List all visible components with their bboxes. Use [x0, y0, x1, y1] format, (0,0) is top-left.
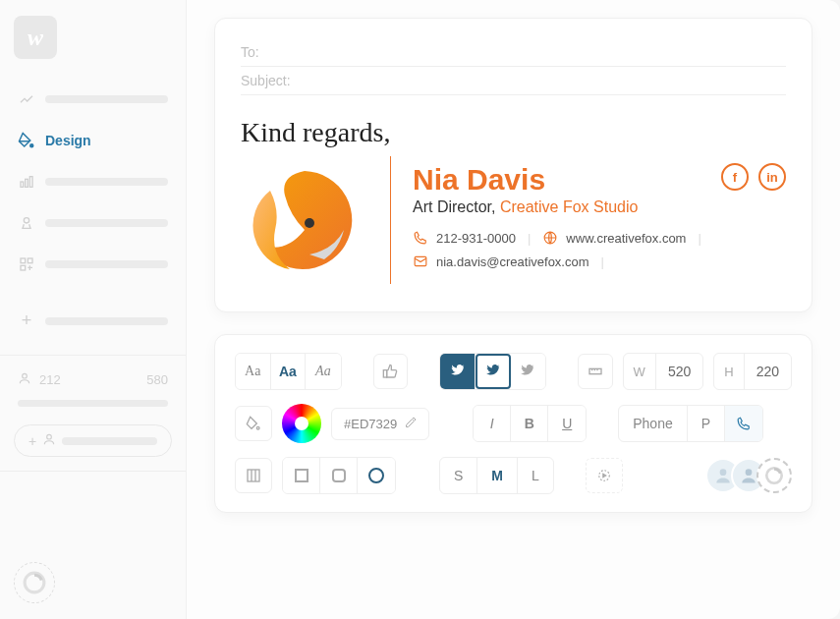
svg-rect-1	[21, 182, 24, 187]
stat-left: 212	[39, 372, 61, 387]
divider	[0, 355, 186, 356]
avatar-preview-3[interactable]	[756, 458, 792, 493]
email-icon	[413, 253, 428, 269]
height-value: 220	[744, 354, 791, 389]
phone-icon-btn[interactable]	[725, 406, 762, 441]
width-label: W	[624, 365, 655, 379]
subject-field[interactable]: Subject:	[241, 67, 786, 95]
app-icon	[18, 214, 35, 232]
thumbs-up-btn[interactable]	[373, 354, 409, 389]
underline-btn[interactable]: U	[548, 406, 586, 441]
grid-toggle-btn[interactable]	[235, 458, 272, 493]
twitter-gray-btn[interactable]	[511, 354, 545, 389]
social-style-group	[439, 353, 546, 390]
phone-text-btn[interactable]: Phone	[619, 406, 687, 441]
italic-btn[interactable]: I	[474, 406, 511, 441]
nav-placeholder	[45, 219, 168, 227]
pill-placeholder	[62, 437, 157, 445]
signature-logo	[241, 156, 368, 284]
nav-placeholder	[45, 178, 168, 186]
nav-add[interactable]: +	[14, 303, 172, 339]
signature-title: Art Director, Creative Fox Studio	[413, 198, 721, 216]
size-m-btn[interactable]: M	[477, 458, 518, 493]
nav-item-design[interactable]: Design	[14, 124, 172, 157]
font-script-btn[interactable]: Aa	[306, 354, 341, 389]
shape-rounded-btn[interactable]	[320, 458, 358, 493]
linkedin-icon[interactable]: in	[758, 163, 786, 191]
nav-item-3[interactable]	[14, 165, 172, 198]
phone-short-btn[interactable]: P	[688, 406, 725, 441]
signature-email: nia.davis@creativefox.com	[436, 254, 589, 269]
paint-bucket-icon	[18, 132, 35, 149]
stat-right: 580	[146, 372, 168, 387]
font-style-group: Aa Aa Aa	[235, 353, 342, 390]
nav-item-5[interactable]	[14, 248, 172, 281]
to-field[interactable]: To:	[241, 38, 786, 67]
svg-rect-6	[28, 258, 32, 263]
add-user-pill[interactable]: +	[14, 424, 172, 457]
ruler-btn[interactable]	[578, 354, 613, 389]
avatar-previews	[705, 458, 792, 493]
signature-greeting: Kind regards,	[241, 117, 786, 148]
svg-point-9	[47, 434, 52, 439]
height-input[interactable]: H 220	[713, 353, 792, 390]
grid-icon	[18, 255, 35, 273]
phone-style-group: Phone P	[618, 405, 763, 442]
text-format-group: I B U	[473, 405, 587, 442]
app-container: w Design	[0, 0, 840, 619]
size-s-btn[interactable]: S	[440, 458, 477, 493]
main-content: To: Subject: Kind regards,	[187, 0, 840, 619]
signature-socials: f in	[721, 163, 786, 191]
font-sans-btn[interactable]: Aa	[271, 354, 307, 389]
bold-btn[interactable]: B	[511, 406, 548, 441]
subject-label: Subject:	[241, 73, 311, 88]
signature-role: Art Director,	[413, 198, 495, 215]
shape-group	[282, 457, 396, 494]
stats-row: 212 580	[14, 364, 172, 396]
sidebar-avatar[interactable]	[14, 562, 55, 603]
svg-point-11	[305, 218, 314, 228]
size-l-btn[interactable]: L	[518, 458, 553, 493]
pen-icon	[18, 90, 35, 108]
shape-square-btn[interactable]	[283, 458, 320, 493]
nav-item-4[interactable]	[14, 206, 172, 240]
width-input[interactable]: W 520	[623, 353, 704, 390]
nav-placeholder	[45, 260, 168, 268]
svg-point-4	[24, 218, 28, 223]
twitter-filled-btn[interactable]	[440, 354, 476, 389]
svg-rect-14	[384, 370, 387, 377]
twitter-outline-btn[interactable]	[476, 354, 511, 389]
nav-label-design: Design	[45, 133, 91, 148]
user-icon	[18, 371, 31, 388]
color-hex-input[interactable]: #ED7329	[331, 408, 429, 440]
color-hex-value: #ED7329	[344, 417, 397, 431]
nav-placeholder	[45, 95, 168, 103]
plus-icon: +	[28, 433, 36, 449]
eyedropper-icon	[405, 417, 417, 431]
svg-rect-5	[21, 258, 26, 263]
svg-point-19	[720, 469, 727, 476]
signature-phone: 212-931-0000	[436, 231, 516, 246]
divider	[0, 471, 186, 472]
animation-btn[interactable]	[586, 458, 623, 493]
shape-circle-btn[interactable]	[358, 458, 395, 493]
width-value: 520	[655, 354, 702, 389]
email-preview-card: To: Subject: Kind regards,	[214, 18, 812, 312]
chart-icon	[18, 173, 35, 191]
signature-company: Creative Fox Studio	[500, 198, 639, 215]
user-icon	[42, 432, 56, 449]
facebook-icon[interactable]: f	[721, 163, 749, 191]
globe-icon	[542, 230, 558, 246]
stat-progress	[18, 400, 168, 407]
svg-point-20	[746, 469, 753, 476]
svg-rect-2	[26, 179, 28, 187]
fox-mini-icon	[22, 570, 47, 595]
color-wheel[interactable]	[282, 404, 321, 443]
svg-rect-17	[248, 470, 259, 481]
fill-btn[interactable]	[235, 406, 272, 441]
nav-item-1[interactable]	[14, 83, 172, 116]
logo-glyph: w	[28, 25, 43, 51]
font-serif-btn[interactable]: Aa	[236, 354, 271, 389]
plus-icon: +	[18, 310, 35, 331]
app-logo[interactable]: w	[14, 16, 57, 59]
